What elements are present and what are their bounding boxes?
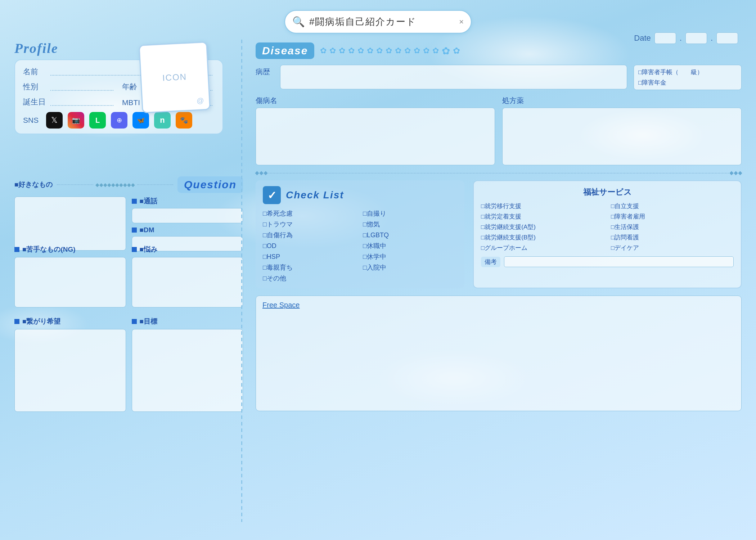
- check-lgbtq[interactable]: □LGBTQ: [363, 231, 457, 239]
- likes-input[interactable]: [14, 197, 126, 251]
- call-input[interactable]: [132, 208, 243, 223]
- check-selfie[interactable]: □自撮り: [363, 209, 457, 218]
- prescription-input[interactable]: [502, 108, 742, 165]
- search-close-button[interactable]: ×: [459, 17, 464, 27]
- free-space-title: Free Space: [262, 301, 735, 309]
- checkbox-disability-pension[interactable]: □障害年金: [638, 78, 737, 87]
- connect-header: ■繋がり希望: [22, 317, 60, 326]
- call-square: [132, 199, 137, 204]
- prescription-label: 処方薬: [502, 96, 742, 105]
- fukushi-item-7[interactable]: □就労継続支援(B型): [481, 233, 604, 242]
- check-hsp[interactable]: □HSP: [263, 252, 357, 261]
- memo-input[interactable]: [504, 256, 734, 267]
- goal-input[interactable]: [132, 329, 243, 412]
- checklist-icon: ✓: [263, 186, 281, 204]
- sns-note-button[interactable]: n: [154, 112, 171, 129]
- profile-title: Profile: [14, 40, 58, 56]
- date-label: Date: [634, 33, 651, 43]
- free-space-input[interactable]: [262, 312, 735, 406]
- connect-input[interactable]: [14, 329, 126, 412]
- disease-header: Disease ✿✿✿ ✿✿✿ ✿✿✿ ✿✿✿ ✿✿ ✿: [256, 42, 742, 59]
- diagnosis-label: 傷病名: [256, 96, 495, 105]
- name-label: 名前: [23, 67, 48, 77]
- sns-label: SNS: [23, 116, 41, 125]
- check-loa[interactable]: □休職中: [363, 242, 457, 250]
- checklist-title: Check List: [286, 189, 344, 201]
- fukushi-item-4[interactable]: □障害者雇用: [611, 212, 734, 221]
- check-selfharm[interactable]: □自傷行為: [263, 231, 357, 239]
- worry-label: ■悩み: [140, 245, 157, 254]
- fukushi-item-6[interactable]: □生活保護: [611, 223, 734, 231]
- likes-header: ■好きなもの: [14, 180, 53, 189]
- check-other[interactable]: □その他: [263, 274, 357, 283]
- birthday-label: 誕生日: [23, 97, 48, 107]
- search-bar[interactable]: 🔍 #闘病垢自己紹介カード ×: [284, 10, 472, 33]
- check-mellow[interactable]: □惚気: [363, 220, 457, 229]
- fukushi-item-3[interactable]: □就労定着支援: [481, 212, 604, 221]
- goal-header: ■目標: [140, 317, 157, 326]
- icon-at: @: [197, 96, 204, 105]
- sns-bluesky-button[interactable]: 🦋: [132, 112, 149, 129]
- free-space-section[interactable]: Free Space: [256, 296, 742, 411]
- dm-square: [132, 228, 137, 233]
- worry-square: [132, 247, 137, 252]
- checklist-section: ✓ Check List □希死念慮 □自撮り □トラウマ □惚気 □自傷行為 …: [256, 180, 464, 288]
- search-text: #闘病垢自己紹介カード: [309, 15, 459, 28]
- check-trauma[interactable]: □トラウマ: [263, 220, 357, 229]
- avatar-icon-area: ICON @: [139, 41, 211, 113]
- fukushi-section: 福祉サービス □就労移行支援 □自立支援 □就労定着支援 □障害者雇用 □就労継…: [473, 180, 742, 288]
- dislikes-input[interactable]: [14, 257, 126, 307]
- memo-label: 備考: [481, 257, 500, 267]
- dislikes-header: ■苦手なもの(NG): [22, 245, 76, 254]
- history-input[interactable]: [280, 65, 627, 89]
- check-toxic-parent[interactable]: □毒親育ち: [263, 263, 357, 272]
- diagnosis-input[interactable]: [256, 108, 495, 165]
- fukushi-item-8[interactable]: □訪問看護: [611, 233, 734, 242]
- history-label: 病歴: [256, 65, 274, 77]
- sns-mixi-button[interactable]: 🐾: [176, 112, 192, 129]
- gender-label: 性別: [23, 82, 48, 92]
- sns-line-button[interactable]: L: [89, 112, 106, 129]
- birthday-input[interactable]: [50, 105, 113, 106]
- search-icon: 🔍: [292, 16, 305, 28]
- gender-input[interactable]: [50, 90, 113, 91]
- call-label: ■通話: [140, 197, 157, 206]
- flower-decoration: ✿✿✿ ✿✿✿ ✿✿✿ ✿✿✿ ✿✿ ✿: [320, 45, 460, 57]
- fukushi-title: 福祉サービス: [481, 187, 734, 198]
- dislikes-square: [14, 247, 19, 252]
- check-suicidal[interactable]: □希死念慮: [263, 209, 357, 218]
- check-school-leave[interactable]: □休学中: [363, 252, 457, 261]
- sns-instagram-button[interactable]: 📷: [68, 112, 84, 129]
- date-sep1: .: [680, 33, 682, 43]
- goal-square: [132, 319, 137, 324]
- disease-history-row: 病歴 □障害者手帳（ 級） □障害年金: [256, 65, 742, 90]
- sns-row: SNS 𝕏 📷 L ⊕ 🦋 n 🐾: [23, 112, 215, 129]
- vertical-divider: [241, 40, 242, 522]
- worry-input[interactable]: [132, 257, 243, 307]
- question-title: Question: [177, 176, 243, 193]
- disease-title: Disease: [256, 42, 314, 59]
- dm-label: ■DM: [140, 226, 154, 234]
- checkbox-disability-card[interactable]: □障害者手帳（ 級）: [638, 68, 737, 76]
- sns-discord-button[interactable]: ⊕: [111, 112, 127, 129]
- icon-label: ICON: [162, 72, 187, 83]
- check-hospitalized[interactable]: □入院中: [363, 263, 457, 272]
- fukushi-item-1[interactable]: □就労移行支援: [481, 202, 604, 210]
- fukushi-item-10[interactable]: □デイケア: [611, 244, 734, 252]
- fukushi-item-9[interactable]: □グループホーム: [481, 244, 604, 252]
- date-sep2: .: [711, 33, 713, 43]
- sns-x-button[interactable]: 𝕏: [46, 112, 63, 129]
- connect-square: [14, 319, 19, 324]
- fukushi-item-5[interactable]: □就労継続支援(A型): [481, 223, 604, 231]
- check-od[interactable]: □OD: [263, 242, 357, 250]
- fukushi-item-2[interactable]: □自立支援: [611, 202, 734, 210]
